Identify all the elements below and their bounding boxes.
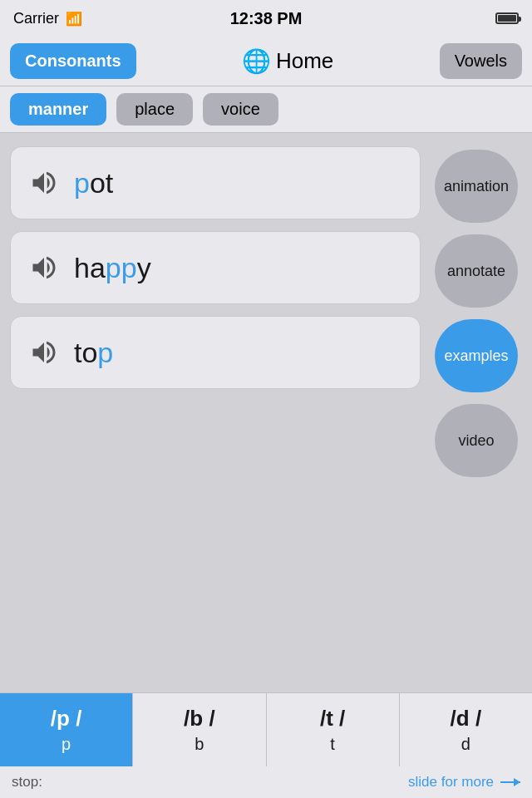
tab-t-phoneme: /t / (320, 706, 345, 732)
wifi-icon: 📶 (66, 11, 82, 27)
bottom-footer: stop: slide for more (0, 766, 532, 798)
carrier-label: Carrier (13, 10, 59, 27)
video-button[interactable]: video (435, 404, 518, 477)
consonants-button[interactable]: Consonants (10, 43, 136, 79)
word-highlight-happy: pp (106, 252, 137, 283)
tab-t-letter: t (330, 735, 335, 754)
side-buttons: animation annotate examples video (431, 146, 522, 477)
tab-d-phoneme: /d / (451, 706, 482, 732)
word-text-pot: pot (74, 167, 113, 200)
speaker-icon-pot[interactable] (27, 166, 61, 200)
slide-more: slide for more (408, 774, 520, 791)
time-label: 12:38 PM (230, 9, 303, 28)
tab-b-letter: b (195, 735, 204, 754)
tab-b[interactable]: /b / b (133, 693, 266, 766)
tab-p-letter: p (62, 735, 71, 754)
battery-icon (495, 12, 519, 24)
word-list: pot happy top (10, 146, 421, 477)
home-emoji: 🌐 (242, 47, 271, 75)
vowels-button[interactable]: Vowels (440, 43, 522, 79)
word-text-top: top (74, 337, 113, 369)
word-post-pot: ot (90, 167, 113, 199)
home-area: 🌐 Home (146, 47, 430, 75)
nav-bar: Consonants 🌐 Home Vowels (0, 37, 532, 86)
word-post-happy: y (137, 252, 151, 283)
speaker-icon-happy[interactable] (27, 251, 61, 284)
tab-d[interactable]: /d / d (400, 693, 532, 766)
place-button[interactable]: place (116, 93, 193, 126)
slide-label: slide for more (408, 774, 494, 791)
tab-d-letter: d (461, 735, 470, 754)
tab-b-phoneme: /b / (184, 706, 215, 732)
home-label: Home (276, 48, 333, 74)
speaker-icon-top[interactable] (27, 336, 61, 369)
annotate-button[interactable]: annotate (435, 234, 518, 308)
arrow-right-icon (500, 781, 520, 783)
word-highlight-pot: p (74, 167, 90, 199)
tab-p-phoneme: /p / (51, 706, 82, 732)
tab-t[interactable]: /t / t (267, 693, 400, 766)
sub-nav: manner place voice (0, 86, 532, 133)
tab-p[interactable]: /p / p (0, 693, 133, 766)
word-card-happy[interactable]: happy (10, 231, 421, 304)
stop-label: stop: (12, 774, 42, 791)
status-bar: Carrier 📶 12:38 PM (0, 0, 532, 37)
word-card-top[interactable]: top (10, 316, 421, 389)
word-card-pot[interactable]: pot (10, 146, 421, 219)
bottom-bar: /p / p /b / b /t / t /d / d stop: slide … (0, 692, 532, 798)
examples-button[interactable]: examples (435, 319, 518, 392)
word-text-happy: happy (74, 252, 151, 284)
tab-row: /p / p /b / b /t / t /d / d (0, 693, 532, 766)
word-pre-happy: ha (74, 252, 106, 283)
voice-button[interactable]: voice (203, 93, 278, 126)
status-left: Carrier 📶 (13, 10, 82, 27)
animation-button[interactable]: animation (435, 150, 518, 223)
word-highlight-top: p (97, 337, 113, 368)
battery-area (495, 12, 519, 24)
manner-button[interactable]: manner (10, 93, 106, 126)
word-pre-top: to (74, 337, 97, 368)
main-content: pot happy top (0, 133, 532, 490)
